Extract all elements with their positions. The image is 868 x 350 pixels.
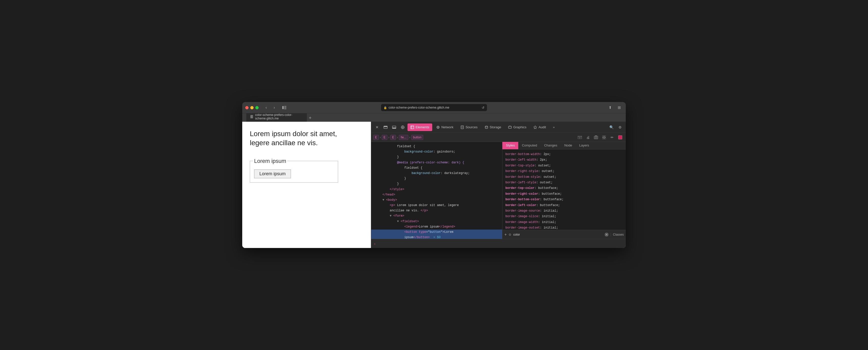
back-button[interactable]: ‹: [263, 104, 270, 111]
edit-icon-btn[interactable]: ✏: [609, 134, 616, 141]
html-line: ▼ <fieldset>: [371, 219, 502, 224]
page-paragraph: Lorem ipsum dolor sit amet,legere ancill…: [250, 129, 363, 148]
tab-bar: C color-scheme-prefers-color-scheme.glit…: [242, 113, 626, 122]
color-swatch-btn[interactable]: [617, 134, 624, 141]
minimize-button[interactable]: [250, 106, 254, 109]
tab-layers[interactable]: Layers: [576, 142, 593, 149]
style-prop-border-right-color: border-right-color: buttonface;: [505, 191, 623, 197]
breadcrumb-e2-label: E: [383, 136, 385, 139]
filter-input[interactable]: [513, 233, 602, 236]
page-button[interactable]: Lorem ipsum: [254, 170, 291, 178]
svg-rect-16: [461, 126, 464, 129]
elements-tab-label: Elements: [415, 125, 429, 129]
traffic-lights: [245, 106, 259, 109]
style-prop-border-left-width: border-left-width: 2px;: [505, 157, 623, 163]
sources-tab-label: Sources: [466, 125, 478, 129]
page-fieldset: Lorem ipsum Lorem ipsum: [250, 158, 338, 182]
url-text: color-scheme-prefers-color-scheme.glitch…: [389, 106, 480, 109]
svg-rect-11: [411, 126, 414, 129]
filter-bar: + ⊙ ✕ Classes: [502, 230, 626, 239]
filter-icon: ⊙: [509, 233, 511, 236]
layout-icon-btn[interactable]: [576, 134, 583, 141]
html-line: ancillae ne vis. </p>: [371, 208, 502, 213]
breadcrumb-e3-label: E: [392, 136, 394, 139]
screenshot-icon-btn[interactable]: [592, 134, 599, 141]
styles-content[interactable]: border-bottom-width: 2px; border-left-wi…: [502, 149, 626, 230]
html-panel[interactable]: fieldset { background-color: gainsboro; …: [371, 142, 502, 239]
devtools-body: fieldset { background-color: gainsboro; …: [371, 142, 626, 239]
network-tab-label: Network: [441, 125, 454, 129]
title-bar: ‹ › 🔒 color-scheme-prefers-color-scheme.…: [242, 102, 626, 113]
svg-rect-21: [509, 126, 510, 126]
style-prop-border-image-width: border-image-width: initial;: [505, 220, 623, 225]
audit-tab[interactable]: Audit: [530, 123, 549, 131]
classes-button[interactable]: Classes: [611, 233, 624, 236]
browser-window: ‹ › 🔒 color-scheme-prefers-color-scheme.…: [242, 102, 626, 248]
devtools-undock-button[interactable]: [382, 123, 389, 131]
devtools-dock-button[interactable]: [390, 123, 398, 131]
search-button[interactable]: 🔍: [608, 123, 615, 131]
print-icon-btn[interactable]: 🖨: [584, 134, 591, 141]
style-prop-border-image-outset: border-image-outset: initial;: [505, 225, 623, 230]
forward-button[interactable]: ›: [271, 104, 278, 111]
breadcrumb-e1[interactable]: E: [373, 135, 379, 140]
html-line: ▼ <body>: [371, 198, 502, 203]
console-input[interactable]: [377, 242, 623, 245]
devtools-breadcrumb: E › E › E › fie... › button: [371, 133, 626, 142]
add-tab-button[interactable]: +: [309, 116, 312, 122]
svg-rect-27: [595, 136, 597, 136]
html-line: background-color: darkslategray;: [371, 171, 502, 176]
styles-tabs: Styles Computed Changes Node Layers: [502, 142, 626, 149]
graphics-tab[interactable]: Graphics: [505, 123, 529, 131]
html-line: }: [371, 176, 502, 181]
svg-rect-1: [284, 106, 286, 107]
storage-tab[interactable]: Storage: [482, 123, 504, 131]
tab-label: color-scheme-prefers-color-scheme.glitch…: [255, 113, 303, 120]
breadcrumb-button[interactable]: button: [411, 135, 423, 140]
filter-clear-button[interactable]: ✕: [604, 233, 609, 237]
more-tabs-button[interactable]: »: [550, 123, 558, 131]
style-prop-border-left-color: border-left-color: buttonface;: [505, 203, 623, 208]
active-tab[interactable]: C color-scheme-prefers-color-scheme.glit…: [246, 112, 307, 122]
network-tab[interactable]: Network: [433, 123, 457, 131]
breadcrumb-e2[interactable]: E: [382, 135, 387, 140]
page-preview: Lorem ipsum dolor sit amet,legere ancill…: [242, 122, 371, 248]
storage-tab-label: Storage: [490, 125, 501, 129]
style-prop-border-top-style: border-top-style: outset;: [505, 163, 623, 169]
breadcrumb-fie[interactable]: fie...: [399, 135, 408, 140]
tab-computed[interactable]: Computed: [518, 142, 540, 149]
style-prop-border-image-slice: border-image-slice: initial;: [505, 214, 623, 219]
share-button[interactable]: ⬆: [607, 104, 614, 111]
elements-tab[interactable]: Elements: [407, 123, 432, 131]
breadcrumb-arrow-4: ›: [409, 136, 411, 139]
devtools-inspect-button[interactable]: [399, 123, 406, 131]
svg-rect-30: [602, 138, 604, 139]
svg-rect-0: [282, 106, 284, 109]
console-bar: ›: [371, 239, 626, 248]
sources-tab[interactable]: Sources: [458, 123, 481, 131]
sidebar-toggle-button[interactable]: [281, 104, 288, 111]
svg-rect-7: [392, 127, 396, 128]
close-button[interactable]: [245, 106, 249, 109]
devtools-close-button[interactable]: ✕: [373, 123, 381, 131]
sub-actions: 🖨: [576, 134, 624, 141]
tab-node[interactable]: Node: [561, 142, 576, 149]
nav-buttons: ‹ ›: [263, 104, 278, 111]
svg-point-26: [595, 137, 597, 138]
maximize-button[interactable]: [255, 106, 259, 109]
reload-button[interactable]: ↺: [482, 106, 485, 110]
breadcrumb-e3[interactable]: E: [390, 135, 396, 140]
svg-rect-28: [602, 136, 604, 137]
grid-icon-btn[interactable]: [600, 134, 608, 141]
breadcrumb-e1-label: E: [375, 136, 377, 139]
title-bar-actions: ⬆ ⊞: [607, 104, 623, 111]
breadcrumb-button-label: button: [413, 136, 422, 139]
breadcrumb-arrow-3: ›: [396, 136, 398, 139]
devtools-toolbar: ✕: [371, 122, 626, 133]
settings-button[interactable]: ⚙: [616, 123, 624, 131]
tab-styles[interactable]: Styles: [502, 142, 518, 149]
add-style-button[interactable]: +: [504, 232, 507, 237]
url-bar[interactable]: 🔒 color-scheme-prefers-color-scheme.glit…: [381, 104, 487, 111]
new-tab-button[interactable]: ⊞: [616, 104, 623, 111]
tab-changes[interactable]: Changes: [540, 142, 561, 149]
